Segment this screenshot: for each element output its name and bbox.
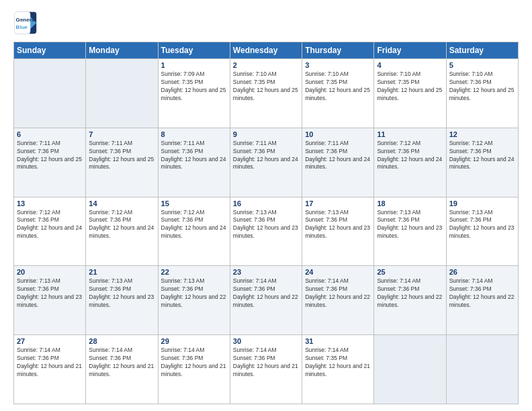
day-detail: Sunrise: 7:11 AMSunset: 7:36 PMDaylight:… (17, 140, 83, 172)
calendar-cell: 12Sunrise: 7:12 AMSunset: 7:36 PMDayligh… (446, 128, 518, 197)
day-detail: Sunrise: 7:12 AMSunset: 7:36 PMDaylight:… (377, 140, 443, 172)
calendar-cell: 4Sunrise: 7:10 AMSunset: 7:35 PMDaylight… (374, 59, 446, 128)
calendar-cell: 6Sunrise: 7:11 AMSunset: 7:36 PMDaylight… (14, 128, 86, 197)
day-detail: Sunrise: 7:10 AMSunset: 7:35 PMDaylight:… (233, 71, 299, 103)
calendar-cell: 13Sunrise: 7:12 AMSunset: 7:36 PMDayligh… (14, 197, 86, 266)
day-detail: Sunrise: 7:12 AMSunset: 7:36 PMDaylight:… (89, 209, 154, 241)
day-detail: Sunrise: 7:11 AMSunset: 7:36 PMDaylight:… (161, 140, 227, 172)
calendar-cell: 2Sunrise: 7:10 AMSunset: 7:35 PMDaylight… (230, 59, 302, 128)
day-detail: Sunrise: 7:12 AMSunset: 7:36 PMDaylight:… (17, 209, 83, 241)
day-detail: Sunrise: 7:12 AMSunset: 7:36 PMDaylight:… (449, 140, 515, 172)
day-detail: Sunrise: 7:10 AMSunset: 7:36 PMDaylight:… (449, 71, 515, 103)
logo-icon: General Blue (13, 11, 38, 35)
day-detail: Sunrise: 7:13 AMSunset: 7:36 PMDaylight:… (17, 277, 83, 310)
header-day-sunday: Sunday (14, 42, 86, 59)
svg-text:General: General (16, 17, 36, 23)
calendar-cell: 11Sunrise: 7:12 AMSunset: 7:36 PMDayligh… (374, 128, 446, 197)
day-detail: Sunrise: 7:14 AMSunset: 7:35 PMDaylight:… (305, 347, 371, 379)
calendar-cell: 27Sunrise: 7:14 AMSunset: 7:36 PMDayligh… (14, 335, 86, 404)
day-detail: Sunrise: 7:13 AMSunset: 7:36 PMDaylight:… (377, 209, 443, 241)
day-number: 14 (89, 199, 154, 208)
calendar-cell: 31Sunrise: 7:14 AMSunset: 7:35 PMDayligh… (302, 335, 374, 404)
header-row: SundayMondayTuesdayWednesdayThursdayFrid… (14, 42, 519, 59)
day-detail: Sunrise: 7:10 AMSunset: 7:35 PMDaylight:… (305, 71, 371, 103)
calendar-cell: 29Sunrise: 7:14 AMSunset: 7:36 PMDayligh… (158, 335, 230, 404)
day-number: 11 (377, 130, 443, 138)
header-day-tuesday: Tuesday (158, 42, 230, 59)
day-number: 28 (89, 337, 154, 345)
week-row-4: 20Sunrise: 7:13 AMSunset: 7:36 PMDayligh… (14, 266, 519, 335)
calendar-cell: 16Sunrise: 7:13 AMSunset: 7:36 PMDayligh… (230, 197, 302, 266)
calendar-cell: 28Sunrise: 7:14 AMSunset: 7:36 PMDayligh… (86, 335, 158, 404)
day-number: 10 (305, 130, 371, 138)
header-day-friday: Friday (374, 42, 446, 59)
header-day-saturday: Saturday (446, 42, 518, 59)
header: General Blue (13, 11, 519, 35)
day-number: 18 (377, 199, 443, 208)
day-number: 25 (377, 268, 443, 276)
calendar-cell: 1Sunrise: 7:09 AMSunset: 7:35 PMDaylight… (158, 59, 230, 128)
calendar-cell: 7Sunrise: 7:11 AMSunset: 7:36 PMDaylight… (86, 128, 158, 197)
day-number: 12 (449, 130, 515, 138)
calendar-cell: 3Sunrise: 7:10 AMSunset: 7:35 PMDaylight… (302, 59, 374, 128)
calendar-cell: 26Sunrise: 7:14 AMSunset: 7:36 PMDayligh… (446, 266, 518, 335)
day-number: 26 (449, 268, 515, 276)
week-row-1: 1Sunrise: 7:09 AMSunset: 7:35 PMDaylight… (14, 59, 519, 128)
day-number: 4 (377, 61, 443, 69)
day-number: 8 (161, 130, 227, 138)
day-detail: Sunrise: 7:14 AMSunset: 7:36 PMDaylight:… (305, 277, 371, 310)
day-detail: Sunrise: 7:14 AMSunset: 7:36 PMDaylight:… (89, 347, 154, 379)
week-row-3: 13Sunrise: 7:12 AMSunset: 7:36 PMDayligh… (14, 197, 519, 266)
calendar-cell (374, 335, 446, 404)
day-number: 9 (233, 130, 299, 138)
day-detail: Sunrise: 7:11 AMSunset: 7:36 PMDaylight:… (233, 140, 299, 172)
day-detail: Sunrise: 7:13 AMSunset: 7:36 PMDaylight:… (449, 209, 515, 241)
day-number: 31 (305, 337, 371, 345)
day-detail: Sunrise: 7:13 AMSunset: 7:36 PMDaylight:… (89, 277, 154, 310)
day-number: 17 (305, 199, 371, 208)
day-number: 16 (233, 199, 299, 208)
calendar-cell: 21Sunrise: 7:13 AMSunset: 7:36 PMDayligh… (86, 266, 158, 335)
day-number: 2 (233, 61, 299, 69)
svg-text:Blue: Blue (16, 24, 28, 30)
day-number: 27 (17, 337, 83, 345)
day-detail: Sunrise: 7:13 AMSunset: 7:36 PMDaylight:… (233, 209, 299, 241)
day-detail: Sunrise: 7:10 AMSunset: 7:35 PMDaylight:… (377, 71, 443, 103)
header-day-thursday: Thursday (302, 42, 374, 59)
day-number: 5 (449, 61, 515, 69)
calendar-cell: 8Sunrise: 7:11 AMSunset: 7:36 PMDaylight… (158, 128, 230, 197)
calendar-cell (86, 59, 158, 128)
day-number: 23 (233, 268, 299, 276)
calendar-cell: 10Sunrise: 7:11 AMSunset: 7:36 PMDayligh… (302, 128, 374, 197)
day-detail: Sunrise: 7:13 AMSunset: 7:36 PMDaylight:… (161, 277, 227, 310)
day-number: 3 (305, 61, 371, 69)
day-detail: Sunrise: 7:12 AMSunset: 7:36 PMDaylight:… (161, 209, 227, 241)
header-day-wednesday: Wednesday (230, 42, 302, 59)
day-number: 13 (17, 199, 83, 208)
day-number: 21 (89, 268, 154, 276)
day-detail: Sunrise: 7:14 AMSunset: 7:36 PMDaylight:… (377, 277, 443, 310)
week-row-5: 27Sunrise: 7:14 AMSunset: 7:36 PMDayligh… (14, 335, 519, 404)
day-number: 22 (161, 268, 227, 276)
calendar-cell: 18Sunrise: 7:13 AMSunset: 7:36 PMDayligh… (374, 197, 446, 266)
calendar-cell: 19Sunrise: 7:13 AMSunset: 7:36 PMDayligh… (446, 197, 518, 266)
calendar-cell (14, 59, 86, 128)
calendar-cell (446, 335, 518, 404)
day-detail: Sunrise: 7:11 AMSunset: 7:36 PMDaylight:… (305, 140, 371, 172)
day-detail: Sunrise: 7:11 AMSunset: 7:36 PMDaylight:… (89, 140, 154, 172)
day-number: 19 (449, 199, 515, 208)
header-day-monday: Monday (86, 42, 158, 59)
day-number: 24 (305, 268, 371, 276)
calendar-cell: 24Sunrise: 7:14 AMSunset: 7:36 PMDayligh… (302, 266, 374, 335)
calendar-cell: 25Sunrise: 7:14 AMSunset: 7:36 PMDayligh… (374, 266, 446, 335)
day-number: 7 (89, 130, 154, 138)
calendar-cell: 20Sunrise: 7:13 AMSunset: 7:36 PMDayligh… (14, 266, 86, 335)
day-number: 6 (17, 130, 83, 138)
day-detail: Sunrise: 7:14 AMSunset: 7:36 PMDaylight:… (161, 347, 227, 379)
calendar-cell: 23Sunrise: 7:14 AMSunset: 7:36 PMDayligh… (230, 266, 302, 335)
calendar-cell: 17Sunrise: 7:13 AMSunset: 7:36 PMDayligh… (302, 197, 374, 266)
calendar-table: SundayMondayTuesdayWednesdayThursdayFrid… (13, 42, 519, 404)
day-number: 29 (161, 337, 227, 345)
day-detail: Sunrise: 7:09 AMSunset: 7:35 PMDaylight:… (161, 71, 227, 103)
page: General Blue SundayMondayTuesdayWednesda… (0, 0, 532, 411)
